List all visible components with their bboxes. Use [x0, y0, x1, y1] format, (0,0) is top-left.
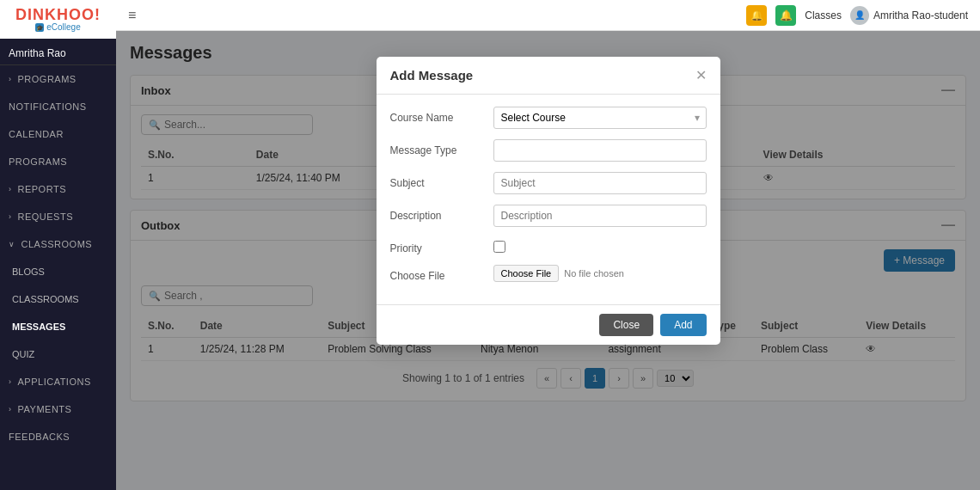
add-button[interactable]: Add [660, 314, 706, 336]
sidebar-item-payments[interactable]: › PAYMENTS [0, 395, 116, 423]
notification-icon-yellow[interactable]: 🔔 [746, 5, 767, 26]
modal-close-icon[interactable]: ✕ [695, 67, 707, 83]
course-name-select[interactable]: Select Course [493, 107, 707, 129]
course-name-row: Course Name Select Course [390, 107, 707, 129]
sidebar-item-notifications[interactable]: NOTIFICATIONS [0, 93, 116, 120]
classes-link[interactable]: Classes [805, 9, 842, 21]
sidebar-username: Amritha Rao [0, 39, 116, 65]
priority-label: Priority [390, 237, 485, 254]
content-area: Messages Inbox — 🔍 S.No. Date Type [116, 31, 980, 490]
sidebar-item-programs[interactable]: › PROGRAMS [0, 65, 116, 93]
chevron-right-icon5: › [9, 405, 12, 413]
chevron-right-icon2: › [9, 185, 12, 193]
priority-row: Priority [390, 237, 707, 254]
description-label: Description [390, 205, 485, 222]
subject-input[interactable] [493, 172, 707, 194]
sidebar-item-quiz[interactable]: QUIZ [0, 340, 116, 368]
sidebar-item-applications[interactable]: › APPLICATIONS [0, 368, 116, 395]
sidebar-item-requests[interactable]: › REQUESTS [0, 203, 116, 230]
logo-sub: 🎓 eCollege [35, 22, 80, 32]
close-button[interactable]: Close [599, 314, 653, 336]
file-row: Choose File Choose File No file chosen [390, 265, 707, 282]
message-type-label: Message Type [390, 139, 485, 156]
course-name-label: Course Name [390, 107, 485, 124]
logo-main: DINKHOO! [15, 7, 101, 22]
course-select-wrapper: Select Course [493, 107, 707, 129]
add-message-modal: Add Message ✕ Course Name Select Course [377, 57, 720, 345]
topbar: ≡ 🔔 🔔 Classes 👤 Amritha Rao-student [116, 0, 980, 31]
sidebar-item-classrooms-sub[interactable]: CLASSROOMS [0, 285, 116, 313]
avatar: 👤 [850, 6, 869, 25]
svg-text:🎓: 🎓 [36, 24, 44, 32]
message-type-row: Message Type [390, 139, 707, 162]
choose-file-label: Choose File [390, 265, 485, 282]
sidebar-item-classrooms[interactable]: ∨ CLASSROOMS [0, 230, 116, 258]
user-profile[interactable]: 👤 Amritha Rao-student [850, 6, 968, 25]
sidebar-item-messages[interactable]: MESSAGES [0, 313, 116, 340]
priority-checkbox[interactable] [493, 241, 505, 253]
main-area: ≡ 🔔 🔔 Classes 👤 Amritha Rao-student Mess… [116, 0, 980, 490]
hamburger-icon[interactable]: ≡ [128, 8, 136, 23]
sidebar-item-calendar[interactable]: CALENDAR [0, 120, 116, 148]
subject-row: Subject [390, 172, 707, 194]
modal-body: Course Name Select Course Message Type [377, 95, 720, 304]
description-row: Description [390, 205, 707, 227]
chevron-right-icon3: › [9, 212, 12, 221]
modal-footer: Close Add [377, 304, 720, 345]
modal-overlay: Add Message ✕ Course Name Select Course [116, 31, 980, 490]
choose-file-btn[interactable]: Choose File [493, 265, 560, 282]
message-type-input[interactable] [493, 139, 707, 162]
subject-label: Subject [390, 172, 485, 189]
logo: DINKHOO! 🎓 eCollege [0, 0, 116, 39]
description-input[interactable] [493, 205, 707, 227]
modal-header: Add Message ✕ [377, 57, 720, 95]
no-file-text: No file chosen [564, 268, 624, 279]
sidebar-item-blogs[interactable]: BLOGS [0, 258, 116, 285]
sidebar-item-programs2[interactable]: PROGRAMS [0, 148, 116, 175]
sidebar: DINKHOO! 🎓 eCollege Amritha Rao › PROGRA… [0, 0, 116, 490]
notification-icon-green[interactable]: 🔔 [775, 5, 796, 26]
chevron-right-icon4: › [9, 377, 12, 386]
modal-title: Add Message [390, 68, 474, 83]
chevron-down-icon: ∨ [9, 240, 15, 248]
file-input-wrapper: Choose File No file chosen [493, 265, 707, 282]
sidebar-item-reports[interactable]: › REPORTS [0, 175, 116, 203]
chevron-right-icon: › [9, 75, 12, 83]
topbar-username: Amritha Rao-student [873, 9, 968, 21]
sidebar-item-feedbacks[interactable]: FEEDBACKS [0, 423, 116, 450]
